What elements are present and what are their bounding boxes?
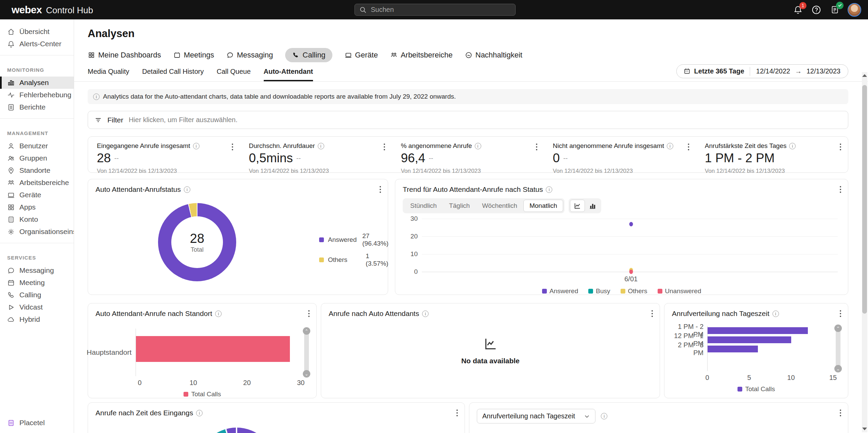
user-avatar[interactable] <box>848 3 861 17</box>
sidebar-item-uebersicht[interactable]: Übersicht <box>0 26 74 38</box>
sidebar-item-benutzer[interactable]: Benutzer <box>0 140 74 152</box>
sidebar-item-apps[interactable]: Apps <box>0 201 74 213</box>
kpi-label: Durchschn. Anrufdauer <box>249 142 315 150</box>
filter-bar[interactable]: Filter Hier klicken, um Filter auszuwähl… <box>88 111 848 129</box>
kebab-menu-icon[interactable] <box>838 142 843 152</box>
scroll-up-arrow[interactable] <box>862 74 867 77</box>
chevron-down-icon[interactable]: ⌄ <box>303 370 310 378</box>
subtab-detailed-call-history[interactable]: Detailed Call History <box>142 68 204 81</box>
sidebar-item-hybrid[interactable]: Hybrid <box>0 313 74 326</box>
tab-arbeitsbereiche[interactable]: Arbeitsbereiche <box>390 48 453 62</box>
bell-icon <box>7 40 15 48</box>
info-icon[interactable]: i <box>667 143 673 149</box>
sidebar-item-fehlerbehebung[interactable]: Fehlerbehebung <box>0 89 74 101</box>
legend-item-unanswered[interactable]: Unanswered <box>658 287 701 295</box>
sidebar-item-gruppen[interactable]: Gruppen <box>0 152 74 164</box>
kebab-menu-icon[interactable] <box>838 408 843 418</box>
donut-legend: Answered 27 (96.43%) Others 1 (3.57%) <box>319 232 393 272</box>
toggle-taeglich[interactable]: Täglich <box>443 200 476 212</box>
scroll-down-arrow[interactable] <box>862 428 867 430</box>
kebab-menu-icon[interactable] <box>378 185 382 194</box>
toggle-stuendlich[interactable]: Stündlich <box>404 200 443 212</box>
chart-legend[interactable]: Total Calls <box>672 385 840 393</box>
info-icon[interactable]: i <box>318 143 324 149</box>
calendar-icon <box>7 279 15 287</box>
sidebar-item-berichte[interactable]: Berichte <box>0 101 74 113</box>
scrollbar-thumb[interactable] <box>862 85 867 314</box>
sidebar-item-messaging[interactable]: Messaging <box>0 264 74 277</box>
info-icon[interactable]: i <box>475 143 481 149</box>
search-input[interactable]: Suchen <box>354 4 516 16</box>
sidebar-item-label: Calling <box>19 291 41 299</box>
sidebar-item-label: Berichte <box>19 103 46 111</box>
sidebar-item-analysen[interactable]: Analysen <box>0 77 74 89</box>
info-icon[interactable]: i <box>546 186 552 193</box>
sidebar-item-organisationseinstellungen[interactable]: Organisationseinstellun... <box>0 226 74 238</box>
tab-calling[interactable]: Calling <box>285 48 332 62</box>
tab-label: Meine Dashboards <box>98 51 161 60</box>
subtab-auto-attendant[interactable]: Auto-Attendant <box>264 68 313 81</box>
sidebar-item-alerts-center[interactable]: Alerts-Center <box>0 38 74 50</box>
kebab-menu-icon[interactable] <box>382 142 386 152</box>
kebab-menu-icon[interactable] <box>230 142 235 152</box>
notifications-bell-icon[interactable]: 1 <box>793 4 803 15</box>
kebab-menu-icon[interactable] <box>838 309 843 318</box>
sidebar-item-label: Analysen <box>19 79 49 87</box>
info-icon[interactable]: i <box>601 413 607 419</box>
help-icon[interactable] <box>811 4 822 15</box>
info-icon[interactable]: i <box>789 143 796 149</box>
sidebar-item-standorte[interactable]: Standorte <box>0 164 74 177</box>
legend-swatch <box>658 289 662 294</box>
chevron-down-icon[interactable]: ⌄ <box>834 365 842 372</box>
sidebar-item-vidcast[interactable]: Vidcast <box>0 301 74 313</box>
legend-item-others[interactable]: Others 1 (3.57%) <box>319 252 393 267</box>
sidebar-item-konto[interactable]: Konto <box>0 213 74 226</box>
toggle-monatlich[interactable]: Monatlich <box>523 200 563 212</box>
info-icon[interactable]: i <box>193 143 199 149</box>
card-title: Anrufverteilung nach Tageszeit <box>672 310 769 318</box>
bar-chart-icon[interactable] <box>585 200 600 212</box>
date-range-picker[interactable]: Letzte 365 Tage 12/14/2022 → 12/13/2023 <box>676 64 848 78</box>
chart-scrollbar[interactable]: ⌃ ⌄ <box>836 326 840 371</box>
kpi-label: Eingegangene Anrufe insgesamt <box>97 142 190 150</box>
kebab-menu-icon[interactable] <box>455 408 459 418</box>
tab-messaging[interactable]: Messaging <box>226 48 273 62</box>
tab-meetings[interactable]: Meetings <box>173 48 214 62</box>
y-axis-tick: 10 <box>411 250 418 258</box>
info-icon[interactable]: i <box>196 410 203 416</box>
chevron-up-icon[interactable]: ⌃ <box>834 324 842 332</box>
sidebar-item-geraete[interactable]: Geräte <box>0 189 74 201</box>
kebab-menu-icon[interactable] <box>535 142 539 152</box>
page-scrollbar[interactable] <box>862 72 867 432</box>
sidebar-item-calling[interactable]: Calling <box>0 289 74 301</box>
sidebar-item-arbeitsbereiche[interactable]: Arbeitsbereiche <box>0 177 74 189</box>
tasks-icon[interactable] <box>829 4 840 15</box>
legend-item-answered[interactable]: Answered 27 (96.43%) <box>319 232 393 247</box>
info-icon[interactable]: i <box>184 186 190 193</box>
legend-item-busy[interactable]: Busy <box>588 287 610 295</box>
legend-label: Total Calls <box>191 390 221 398</box>
subtab-media-quality[interactable]: Media Quality <box>88 68 129 81</box>
chart-scrollbar[interactable]: ⌃ ⌄ <box>304 329 309 376</box>
toggle-woechentlich[interactable]: Wöchentlich <box>476 200 523 212</box>
sidebar-item-placetel[interactable]: Placetel <box>0 417 74 429</box>
tab-geraete[interactable]: Geräte <box>345 48 378 62</box>
legend-item-answered[interactable]: Answered <box>542 287 578 295</box>
info-icon[interactable]: i <box>215 311 222 317</box>
legend-item-others[interactable]: Others <box>621 287 647 295</box>
tab-meine-dashboards[interactable]: Meine Dashboards <box>88 48 161 62</box>
kebab-menu-icon[interactable] <box>307 309 311 318</box>
kebab-menu-icon[interactable] <box>687 142 691 152</box>
sustainability-icon <box>465 51 472 59</box>
sidebar-item-meeting[interactable]: Meeting <box>0 277 74 289</box>
card-calls-by-auto-attendants: Anrufe nach Auto Attendantsi No data ava… <box>321 303 660 398</box>
kebab-menu-icon[interactable] <box>838 185 843 194</box>
subtab-call-queue[interactable]: Call Queue <box>216 68 250 81</box>
chart-legend[interactable]: Total Calls <box>96 390 309 398</box>
home-icon <box>7 28 15 36</box>
tab-nachhaltigkeit[interactable]: Nachhaltigkeit <box>465 48 522 62</box>
metric-dropdown[interactable]: Anrufverteilung nach Tageszeit <box>477 409 595 423</box>
chevron-up-icon[interactable]: ⌃ <box>303 327 310 335</box>
line-chart-icon[interactable] <box>570 200 585 212</box>
info-icon[interactable]: i <box>772 311 779 317</box>
